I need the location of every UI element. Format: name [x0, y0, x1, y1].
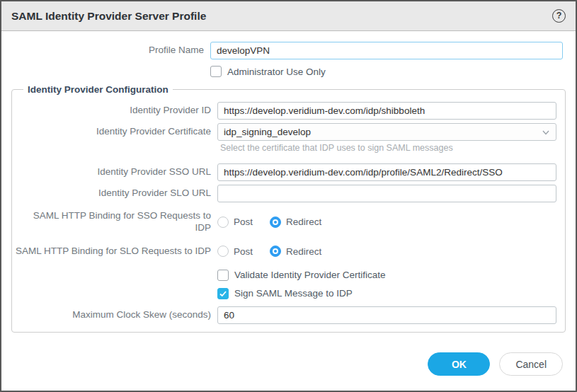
identity-provider-id-label: Identity Provider ID: [12, 105, 217, 117]
dialog-body: Profile Name Administrator Use Only: [1, 31, 576, 352]
identity-provider-certificate-label: Identity Provider Certificate: [12, 126, 217, 138]
slo-url-label: Identity Provider SLO URL: [12, 188, 217, 200]
radio-circle: [270, 246, 281, 257]
radio-label: Post: [234, 246, 253, 257]
radio-circle: [217, 246, 229, 257]
identity-provider-configuration-group: Identity Provider Configuration Identity…: [11, 84, 566, 333]
checkbox-box: [217, 270, 229, 281]
dialog-title: SAML Identity Provider Server Profile: [11, 10, 206, 23]
identity-provider-id-row: Identity Provider ID: [12, 102, 556, 120]
admin-use-only-row: Administrator Use Only: [1, 66, 563, 77]
saml-idp-server-profile-dialog: SAML Identity Provider Server Profile ? …: [0, 0, 577, 392]
clock-skew-input[interactable]: [217, 306, 556, 324]
sso-binding-redirect-radio[interactable]: Redirect: [270, 217, 321, 228]
check-icon: [219, 289, 227, 298]
radio-label: Redirect: [286, 246, 321, 257]
checkbox-label: Administrator Use Only: [227, 67, 326, 77]
sso-binding-row: SAML HTTP Binding for SSO Requests to ID…: [12, 210, 556, 234]
validate-cert-row: Validate Identity Provider Certificate: [12, 270, 556, 281]
sso-binding-radio-group: Post Redirect: [217, 217, 321, 228]
dialog-titlebar: SAML Identity Provider Server Profile ?: [1, 1, 576, 31]
cancel-button[interactable]: Cancel: [499, 352, 563, 376]
radio-circle: [270, 217, 281, 228]
profile-name-row: Profile Name: [1, 42, 563, 59]
certificate-hint-text: Select the certificate that IDP uses to …: [220, 143, 556, 153]
help-icon[interactable]: ?: [552, 9, 566, 23]
sso-url-label: Identity Provider SSO URL: [12, 166, 217, 178]
checkbox-box: [217, 288, 229, 299]
identity-provider-id-input[interactable]: [217, 102, 556, 120]
sso-binding-post-radio[interactable]: Post: [217, 217, 253, 228]
selected-certificate-value: idp_signing_develop: [224, 127, 311, 137]
sso-binding-label: SAML HTTP Binding for SSO Requests to ID…: [12, 210, 217, 234]
profile-name-label: Profile Name: [1, 45, 210, 57]
radio-label: Redirect: [286, 217, 321, 227]
slo-binding-row: SAML HTTP Binding for SLO Requests to ID…: [12, 246, 556, 258]
ok-button[interactable]: OK: [428, 352, 490, 376]
sign-saml-checkbox[interactable]: Sign SAML Message to IDP: [217, 288, 353, 299]
validate-cert-checkbox[interactable]: Validate Identity Provider Certificate: [217, 270, 386, 281]
dialog-footer: OK Cancel: [1, 352, 576, 391]
radio-label: Post: [234, 217, 253, 227]
clock-skew-label: Maximum Clock Skew (seconds): [12, 309, 217, 321]
slo-binding-label: SAML HTTP Binding for SLO Requests to ID…: [12, 246, 217, 258]
identity-provider-certificate-row: Identity Provider Certificate idp_signin…: [12, 123, 556, 141]
checkbox-label: Sign SAML Message to IDP: [234, 288, 353, 299]
slo-binding-radio-group: Post Redirect: [217, 246, 321, 257]
sign-saml-row: Sign SAML Message to IDP: [12, 288, 556, 299]
slo-url-input[interactable]: [217, 185, 556, 202]
clock-skew-row: Maximum Clock Skew (seconds): [12, 306, 556, 324]
radio-circle: [217, 217, 229, 228]
profile-name-input[interactable]: [210, 42, 563, 59]
admin-use-only-checkbox[interactable]: Administrator Use Only: [210, 66, 326, 77]
slo-url-row: Identity Provider SLO URL: [12, 185, 556, 202]
chevron-down-icon: [541, 127, 551, 139]
sso-url-row: Identity Provider SSO URL: [12, 163, 556, 181]
checkbox-label: Validate Identity Provider Certificate: [234, 270, 386, 280]
slo-binding-redirect-radio[interactable]: Redirect: [270, 246, 321, 257]
top-section: Profile Name Administrator Use Only: [1, 42, 576, 77]
sso-url-input[interactable]: [217, 163, 556, 181]
slo-binding-post-radio[interactable]: Post: [217, 246, 253, 257]
identity-provider-certificate-select[interactable]: idp_signing_develop: [217, 123, 556, 141]
group-legend: Identity Provider Configuration: [23, 84, 173, 95]
checkbox-box: [210, 66, 222, 77]
